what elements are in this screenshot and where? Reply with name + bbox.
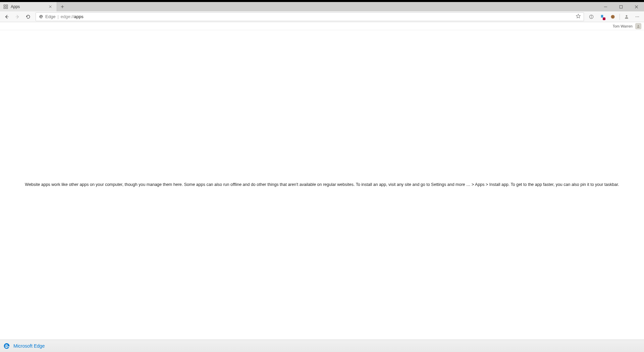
extension-cookie-button[interactable] bbox=[608, 12, 618, 21]
profile-avatar[interactable] bbox=[635, 23, 641, 29]
refresh-button[interactable] bbox=[23, 12, 33, 21]
tab-title: Apps bbox=[11, 4, 47, 9]
svg-point-18 bbox=[611, 15, 614, 18]
address-origin-label: Edge bbox=[45, 14, 55, 19]
settings-more-button[interactable] bbox=[633, 12, 642, 21]
toolbar: Edge | edge://apps bbox=[0, 11, 644, 22]
svg-rect-0 bbox=[4, 5, 5, 6]
new-tab-button[interactable] bbox=[57, 2, 68, 11]
svg-rect-1 bbox=[6, 5, 7, 6]
site-identity-icon bbox=[39, 14, 43, 19]
page-content: Website apps work like other apps on you… bbox=[0, 30, 644, 340]
window-maximize-button[interactable] bbox=[613, 2, 629, 11]
profile-bar: Tom Warren bbox=[0, 22, 644, 30]
extension-badge-icon bbox=[603, 17, 605, 20]
profile-name: Tom Warren bbox=[613, 24, 633, 28]
address-url-path: apps bbox=[74, 14, 84, 19]
apps-grid-icon bbox=[3, 4, 8, 9]
site-info-button[interactable] bbox=[587, 12, 596, 21]
svg-point-17 bbox=[591, 15, 592, 16]
taskbar: Microsoft Edge bbox=[0, 340, 644, 352]
extension-feedback-button[interactable] bbox=[597, 12, 607, 21]
window-close-button[interactable] bbox=[629, 2, 644, 11]
svg-point-20 bbox=[613, 16, 614, 16]
profile-button[interactable] bbox=[622, 12, 631, 21]
svg-point-19 bbox=[612, 16, 612, 16]
svg-point-22 bbox=[613, 17, 614, 17]
tab-apps[interactable]: Apps bbox=[0, 2, 57, 11]
svg-point-21 bbox=[612, 17, 613, 18]
window-minimize-button[interactable] bbox=[598, 2, 613, 11]
svg-marker-14 bbox=[576, 14, 580, 18]
taskbar-app-label: Microsoft Edge bbox=[13, 343, 45, 349]
svg-rect-3 bbox=[6, 7, 7, 8]
svg-point-26 bbox=[638, 16, 639, 17]
window-controls bbox=[598, 2, 644, 11]
toolbar-right bbox=[587, 12, 642, 21]
tab-strip-spacer bbox=[68, 2, 598, 11]
tab-close-button[interactable] bbox=[47, 4, 53, 10]
address-bar[interactable]: Edge | edge://apps bbox=[36, 12, 584, 21]
address-url-scheme: edge:// bbox=[61, 14, 74, 19]
svg-point-23 bbox=[626, 15, 628, 17]
back-button[interactable] bbox=[2, 12, 11, 21]
favorite-star-icon[interactable] bbox=[576, 13, 581, 20]
toolbar-divider bbox=[620, 14, 620, 20]
svg-point-24 bbox=[636, 16, 636, 17]
address-separator: | bbox=[57, 14, 58, 19]
svg-rect-2 bbox=[4, 7, 5, 8]
svg-point-27 bbox=[638, 25, 639, 26]
apps-help-text: Website apps work like other apps on you… bbox=[25, 182, 619, 188]
edge-logo-icon[interactable] bbox=[3, 343, 10, 349]
svg-point-25 bbox=[637, 16, 638, 17]
svg-rect-9 bbox=[620, 5, 622, 8]
forward-button[interactable] bbox=[13, 12, 22, 21]
tab-strip: Apps bbox=[0, 2, 644, 11]
